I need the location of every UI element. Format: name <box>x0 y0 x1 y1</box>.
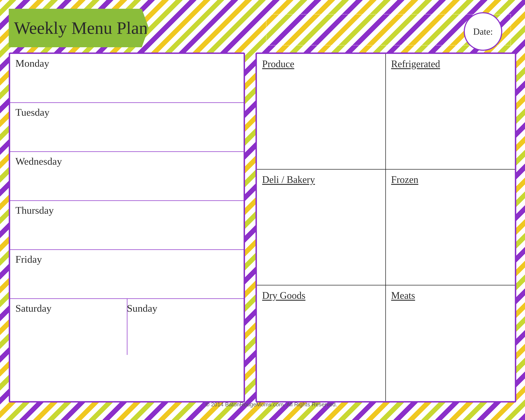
tuesday-row: Tuesday <box>10 103 244 152</box>
friday-label: Friday <box>15 253 238 265</box>
produce-heading: Produce <box>262 58 380 69</box>
sunday-half: Sunday <box>127 302 238 353</box>
footer: © 2014 BatonRougeMoms.com. All Rights Re… <box>18 401 525 408</box>
meats-cell: Meats <box>386 285 515 401</box>
thursday-row: Thursday <box>10 201 244 250</box>
dry-goods-cell: Dry Goods <box>257 285 386 401</box>
header-banner: Weekly Menu Plan <box>9 9 149 47</box>
dry-goods-heading: Dry Goods <box>262 290 380 301</box>
sunday-label: Sunday <box>127 302 238 314</box>
tuesday-label: Tuesday <box>15 106 238 118</box>
monday-label: Monday <box>15 57 238 69</box>
refrigerated-heading: Refrigerated <box>391 58 510 69</box>
refrigerated-cell: Refrigerated <box>386 54 515 169</box>
saturday-label: Saturday <box>15 302 127 314</box>
page-title: Weekly Menu Plan <box>14 19 148 37</box>
date-label: Date: <box>473 27 493 37</box>
monday-row: Monday <box>10 54 244 103</box>
wednesday-row: Wednesday <box>10 152 244 201</box>
meats-heading: Meats <box>391 290 510 301</box>
frozen-cell: Frozen <box>386 169 515 285</box>
grocery-panel: Produce Refrigerated Deli / Bakery Froze… <box>255 53 516 402</box>
day-split-divider <box>127 299 127 355</box>
footer-text: © 2014 BatonRougeMoms.com. All Rights Re… <box>206 401 337 408</box>
produce-cell: Produce <box>257 54 386 169</box>
frozen-heading: Frozen <box>391 174 510 185</box>
schedule-panel: Monday Tuesday Wednesday Thursday Friday… <box>9 53 245 402</box>
saturday-sunday-row: Saturday Sunday <box>10 299 244 355</box>
date-circle: Date: <box>464 12 502 51</box>
thursday-label: Thursday <box>15 205 238 216</box>
deli-bakery-heading: Deli / Bakery <box>262 174 380 185</box>
friday-row: Friday <box>10 250 244 299</box>
deli-bakery-cell: Deli / Bakery <box>257 169 386 285</box>
main-wrapper: Weekly Menu Plan Date: Monday Tuesday We… <box>9 9 516 410</box>
saturday-half: Saturday <box>15 302 127 353</box>
wednesday-label: Wednesday <box>15 155 238 167</box>
